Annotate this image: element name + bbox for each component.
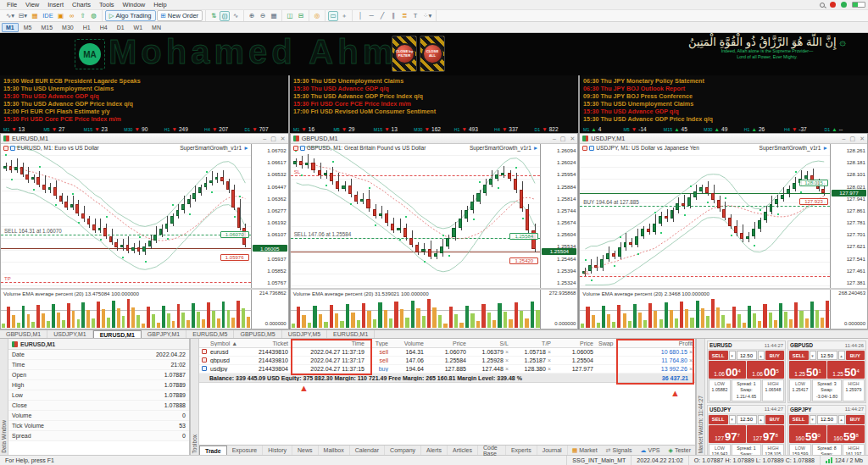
buy-price-box[interactable]: 160598 [827, 425, 865, 443]
signals-button[interactable]: ⇄Signals [602, 447, 637, 454]
algo-trading-button[interactable]: ▷Algo Trading [105, 10, 156, 21]
toolbox-tab-journal[interactable]: Journal [537, 446, 568, 455]
restore-button[interactable]: ▢ [560, 136, 566, 142]
user-icon[interactable] [841, 2, 847, 8]
timeframe-h1[interactable]: H1 [79, 23, 95, 32]
volume-up-stepper[interactable]: ▴ [758, 351, 765, 360]
volume-up-stepper[interactable]: ▴ [838, 415, 845, 424]
close-by-filter-button[interactable]: CLOSE by FILTER [392, 36, 417, 72]
cursor-icon[interactable]: ▭ [328, 11, 338, 21]
sell-button[interactable]: SELL [789, 415, 809, 424]
menu-item-window[interactable]: Window [119, 1, 150, 8]
buy-price-box[interactable]: 127978 [747, 425, 784, 443]
vline-icon[interactable]: │ [355, 11, 365, 21]
close-all-button[interactable]: CLOSE ALL [420, 36, 445, 72]
tile-windows-icon[interactable]: ◫ [285, 11, 295, 21]
zoom-in-icon[interactable]: ⊕ [247, 11, 257, 21]
sell-price-box[interactable]: 1.25501 [789, 361, 826, 379]
sell-price-box[interactable]: 127977 [709, 425, 746, 443]
close-icon[interactable]: × [689, 349, 693, 355]
volume-down-stepper[interactable]: ▾ [729, 351, 736, 360]
close-icon[interactable]: × [505, 357, 509, 363]
close-icon[interactable]: × [689, 366, 693, 372]
ide-icon[interactable]: IDE [41, 11, 55, 21]
close-button[interactable]: ✕ [570, 136, 575, 142]
restore-button[interactable]: ▢ [270, 136, 276, 142]
sell-button[interactable]: SELL [789, 351, 809, 360]
timeframe-mn[interactable]: MN [147, 23, 165, 32]
zoom-out-icon[interactable]: ⊖ [258, 11, 268, 21]
hline-icon[interactable]: ─ [366, 11, 376, 21]
new-order-button[interactable]: ⊞New Order [157, 10, 203, 21]
chart-tab-gbpusdm1[interactable]: GBPUSD,M1 [0, 330, 47, 338]
tester-button[interactable]: ◈Tester [665, 447, 695, 454]
timeframe-m1[interactable]: M1 [2, 23, 19, 32]
depth-of-market-icon[interactable]: (|) [220, 11, 230, 21]
volume-down-stepper[interactable]: ▾ [810, 351, 816, 360]
toolbox-tab-codebase[interactable]: Code Base [478, 446, 506, 455]
volume-input[interactable] [737, 415, 757, 424]
shapes-icon[interactable]: ⁘▾ [421, 11, 433, 21]
minimize-button[interactable]: – [263, 136, 266, 142]
toolbox-tab-history[interactable]: History [263, 446, 292, 455]
volume-up-stepper[interactable]: ▴ [838, 351, 845, 360]
timeframe-m5[interactable]: M5 [19, 23, 36, 32]
close-icon[interactable]: × [548, 349, 551, 355]
menu-item-help[interactable]: Help [149, 1, 170, 8]
screenshot-icon[interactable]: ◎ [312, 11, 322, 21]
toolbox-tab-company[interactable]: Company [385, 446, 421, 455]
chart-tab-gbpjpym1[interactable]: GBPJPY,M1 [142, 330, 186, 338]
timeframe-m15[interactable]: M15 [36, 23, 57, 32]
sell-button[interactable]: SELL [709, 415, 728, 424]
timeframe-w1[interactable]: W1 [130, 23, 147, 32]
chart-tab-usdjpym1[interactable]: USDJPY,M1 [47, 330, 92, 338]
notifications-icon[interactable] [830, 2, 836, 8]
toolbox-tab-experts[interactable]: Experts [506, 446, 537, 455]
lock-icon[interactable]: ▣ [56, 11, 66, 21]
timeframe-m30[interactable]: M30 [58, 23, 78, 32]
search-icon[interactable] [820, 3, 825, 8]
chart-style-icon[interactable]: ∿▾ [4, 11, 16, 21]
volume-up-stepper[interactable]: ▴ [758, 415, 765, 424]
tick-chart-icon[interactable]: ∿ [231, 11, 241, 21]
channel-icon[interactable]: ∥ [388, 11, 398, 21]
volume-input[interactable] [817, 415, 837, 424]
toolbox-tab-articles[interactable]: Articles [448, 446, 478, 455]
menu-item-insert[interactable]: Insert [43, 1, 68, 8]
menu-item-file[interactable]: File [3, 1, 21, 8]
toolbox-tab-alerts[interactable]: Alerts [421, 446, 448, 455]
cascade-windows-icon[interactable]: ⊟ [296, 11, 306, 21]
position-row[interactable]: gbpusd2144398102022.04.27 11:37:17sell14… [199, 357, 695, 365]
close-icon[interactable]: × [689, 357, 693, 363]
toolbox-tab-news[interactable]: News [292, 446, 319, 455]
grid-icon[interactable]: ▦ [269, 11, 279, 21]
position-row[interactable]: eurusd2144398102022.04.27 11:37:19sell16… [199, 348, 695, 357]
market-watch-icon[interactable]: ▦ [30, 11, 40, 21]
chart-tab-usdjpym5[interactable]: USDJPY,M5 [282, 330, 327, 338]
close-icon[interactable]: × [548, 357, 551, 363]
buy-button[interactable]: BUY [846, 415, 865, 424]
buy-price-box[interactable]: 1.06005 [747, 361, 784, 379]
timeframe-h4[interactable]: H4 [96, 23, 112, 32]
close-icon[interactable]: × [548, 366, 551, 372]
chart-tab-eurusdm5[interactable]: EURUSD,M5 [186, 330, 234, 338]
trendline-icon[interactable]: ╱ [377, 11, 387, 21]
volume-input[interactable] [817, 351, 837, 360]
sell-button[interactable]: SELL [709, 351, 728, 360]
volume-down-stepper[interactable]: ▾ [729, 415, 736, 424]
position-row[interactable]: usdjpy2144398042022.04.27 11:37:15buy194… [199, 365, 695, 374]
toolbox-tab-trade[interactable]: Trade [199, 446, 227, 455]
toolbox-tab-mailbox[interactable]: Mailbox [319, 446, 350, 455]
menu-item-view[interactable]: View [21, 1, 43, 8]
publish-icon[interactable]: ⇧ [78, 11, 88, 21]
timeframe-d1[interactable]: D1 [113, 23, 129, 32]
minimize-button[interactable]: – [843, 136, 846, 142]
buy-price-box[interactable]: 1.25504 [827, 361, 865, 379]
chart-tab-gbpusdm5[interactable]: GBPUSD,M5 [234, 330, 281, 338]
close-icon[interactable]: × [505, 349, 509, 355]
chart-tab-eurusdm1[interactable]: EURUSD,M1 [327, 330, 375, 338]
menu-item-charts[interactable]: Charts [68, 1, 95, 8]
crosshair-icon[interactable]: ＋ [339, 11, 349, 21]
buy-button[interactable]: BUY [765, 351, 785, 360]
volume-input[interactable] [737, 351, 757, 360]
